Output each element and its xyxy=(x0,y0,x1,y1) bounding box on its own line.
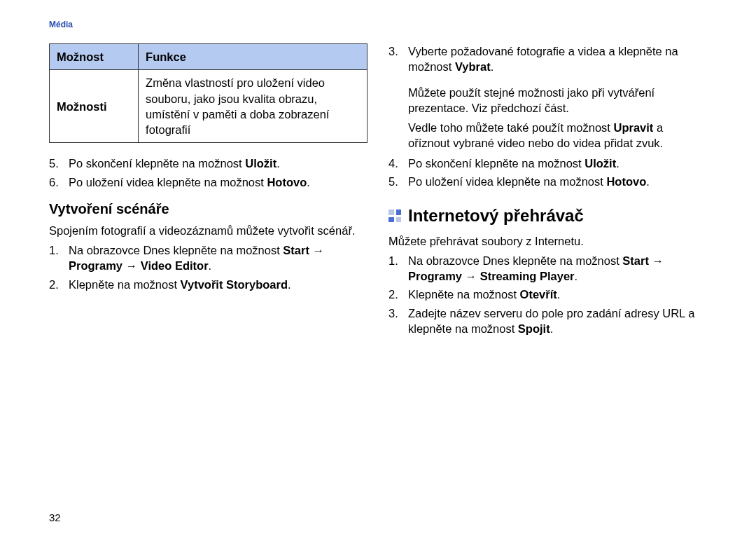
step-number: 5. xyxy=(49,156,59,171)
step-bold: Uložit xyxy=(245,157,276,170)
step-5: 5. Po uložení videa klepněte na možnost … xyxy=(388,174,707,189)
step-tail: . xyxy=(288,278,291,291)
step-number: 4. xyxy=(388,156,398,171)
intro-paragraph: Spojením fotografií a videozáznamů můžet… xyxy=(49,223,368,238)
step-text: Na obrazovce Dnes klepněte na možnost xyxy=(69,244,283,256)
step-tail: . xyxy=(575,270,578,282)
step-text: Po uložení videa klepněte na možnost xyxy=(408,175,606,188)
step-text: Vyberte požadované fotografie a videa a … xyxy=(408,45,678,73)
section-header: Média xyxy=(49,20,707,29)
step-tail: . xyxy=(646,175,650,188)
table-cell-function: Změna vlastností pro uložení video soubo… xyxy=(139,70,368,143)
steps-list-continued: 5. Po skončení klepněte na možnost Uloži… xyxy=(49,156,368,190)
step-2: 2. Klepněte na možnost Otevřít. xyxy=(388,287,707,302)
step-text: Na obrazovce Dnes klepněte na možnost xyxy=(408,254,622,267)
steps-list-scenario: 1. Na obrazovce Dnes klepněte na možnost… xyxy=(49,242,368,292)
table-header-function: Funkce xyxy=(139,44,368,70)
table-cell-option: Možnosti xyxy=(50,70,139,143)
step-3-note-1: Můžete použít stejné možnosti jako při v… xyxy=(388,85,707,116)
heading-text: Internetový přehrávač xyxy=(408,205,584,227)
step-2: 2. Klepněte na možnost Vytvořit Storyboa… xyxy=(49,277,368,292)
internet-player-intro: Můžete přehrávat soubory z Internetu. xyxy=(388,233,707,249)
step-bold: Hotovo xyxy=(267,176,307,188)
step-bold: Uložit xyxy=(584,157,616,170)
step-text: Po uložení videa klepněte na možnost xyxy=(69,176,267,188)
step-bold: Otevřít xyxy=(520,288,557,301)
step-number: 2. xyxy=(49,277,59,292)
step-1: 1. Na obrazovce Dnes klepněte na možnost… xyxy=(49,242,368,274)
heading-squares-icon xyxy=(388,209,401,222)
step-number: 3. xyxy=(388,43,398,59)
step-6: 6. Po uložení videa klepněte na možnost … xyxy=(49,174,368,190)
step-text: Klepněte na možnost xyxy=(69,278,181,291)
step-text: Po skončení klepněte na možnost xyxy=(69,157,245,170)
content-columns: Možnost Funkce Možnosti Změna vlastností… xyxy=(49,43,707,346)
step-tail: . xyxy=(550,322,554,335)
options-table: Možnost Funkce Možnosti Změna vlastností… xyxy=(49,43,368,143)
step-number: 1. xyxy=(388,253,398,268)
right-column: 3. Vyberte požadované fotografie a videa… xyxy=(388,43,707,346)
step-tail: . xyxy=(491,60,494,73)
step-tail: . xyxy=(557,288,561,301)
step-number: 2. xyxy=(388,287,398,302)
step-tail: . xyxy=(276,157,280,170)
step-1: 1. Na obrazovce Dnes klepněte na možnost… xyxy=(388,253,707,284)
steps-list-internet: 1. Na obrazovce Dnes klepněte na možnost… xyxy=(388,253,707,336)
subheading-scenario: Vytvoření scénáře xyxy=(49,200,368,219)
step-number: 6. xyxy=(49,174,59,190)
note-bold: Upravit xyxy=(614,121,654,134)
step-bold: Spojit xyxy=(518,322,550,335)
step-3-note-2: Vedle toho můžete také použít možnost Up… xyxy=(388,120,707,151)
step-text: Klepněte na možnost xyxy=(408,288,520,301)
step-bold: Hotovo xyxy=(606,175,646,188)
step-number: 5. xyxy=(388,174,398,189)
left-column: Možnost Funkce Možnosti Změna vlastností… xyxy=(49,43,368,346)
step-4: 4. Po skončení klepněte na možnost Uloži… xyxy=(388,156,707,171)
step-tail: . xyxy=(307,176,310,188)
step-3: 3. Zadejte název serveru do pole pro zad… xyxy=(388,305,707,337)
step-5: 5. Po skončení klepněte na možnost Uloži… xyxy=(49,156,368,171)
heading-internet-player: Internetový přehrávač xyxy=(388,205,707,227)
step-3: 3. Vyberte požadované fotografie a videa… xyxy=(388,43,707,75)
page-number: 32 xyxy=(49,511,61,523)
step-bold: Vytvořit Storyboard xyxy=(181,278,288,291)
step-tail: . xyxy=(616,157,620,170)
step-number: 3. xyxy=(388,305,398,321)
steps-list-right-cont: 4. Po skončení klepněte na možnost Uloži… xyxy=(388,156,707,190)
step-number: 1. xyxy=(49,242,59,258)
step-tail: . xyxy=(209,259,212,272)
step-text: Po skončení klepněte na možnost xyxy=(408,157,584,170)
note-text: Vedle toho můžete také použít možnost xyxy=(408,121,614,134)
steps-list-right: 3. Vyberte požadované fotografie a videa… xyxy=(388,43,707,75)
table-header-option: Možnost xyxy=(50,44,139,70)
step-bold: Vybrat xyxy=(455,60,491,73)
